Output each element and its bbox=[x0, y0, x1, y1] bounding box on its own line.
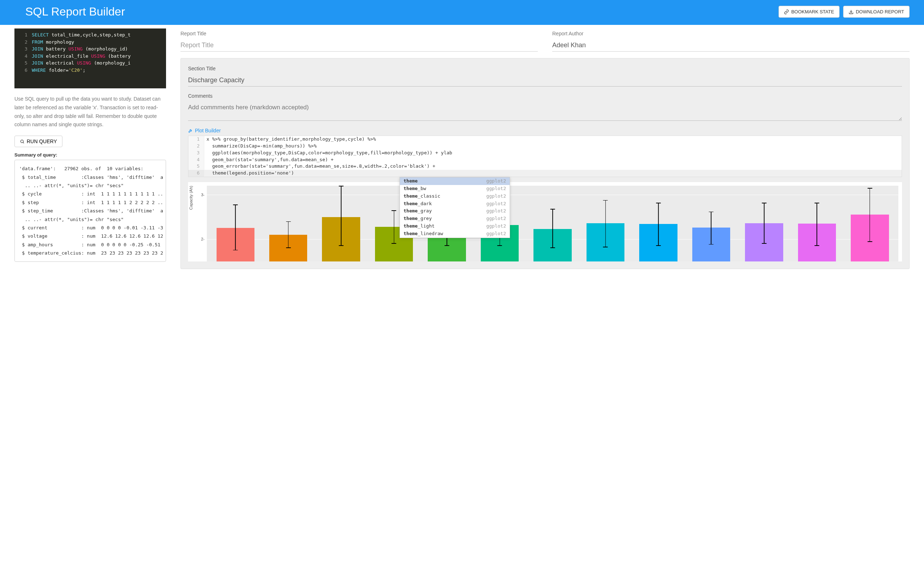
run-query-button[interactable]: RUN QUERY bbox=[15, 135, 63, 147]
app-header: SQL Report Builder BOOKMARK STATE DOWNLO… bbox=[0, 0, 924, 25]
summary-label: Summary of query: bbox=[15, 152, 166, 158]
sql-help-text: Use SQL query to pull up the data you wa… bbox=[15, 95, 166, 129]
download-icon bbox=[848, 10, 854, 15]
comments-label: Comments bbox=[188, 93, 902, 99]
plot-builder-label: Plot Builder bbox=[195, 128, 221, 134]
r-code-editor[interactable]: 1x %>% group_by(battery_identifier,morph… bbox=[188, 135, 902, 177]
bookmark-label: BOOKMARK STATE bbox=[791, 9, 834, 15]
report-title-input[interactable] bbox=[181, 40, 538, 52]
run-query-label: RUN QUERY bbox=[27, 139, 57, 144]
query-summary-output: 'data.frame': 27962 obs. of 10 variables… bbox=[15, 160, 166, 262]
report-author-label: Report Author bbox=[552, 31, 909, 36]
svg-line-2 bbox=[23, 142, 24, 143]
autocomplete-item[interactable]: theme_darkggplot2 bbox=[400, 200, 510, 208]
autocomplete-item[interactable]: theme_linedrawggplot2 bbox=[400, 230, 510, 238]
chart-ytick: 2- bbox=[201, 237, 205, 241]
autocomplete-item[interactable]: theme_lightggplot2 bbox=[400, 222, 510, 230]
search-icon bbox=[20, 139, 24, 144]
svg-point-1 bbox=[21, 140, 23, 143]
autocomplete-item[interactable]: theme_bwggplot2 bbox=[400, 185, 510, 193]
bookmark-state-button[interactable]: BOOKMARK STATE bbox=[779, 6, 840, 18]
autocomplete-popup[interactable]: themeggplot2theme_bwggplot2theme_classic… bbox=[399, 177, 510, 238]
header-button-group: BOOKMARK STATE DOWNLOAD REPORT bbox=[779, 6, 909, 18]
chart-ylabel: Capacity (Ah) bbox=[189, 186, 193, 210]
section-panel: Section Title Comments Plot Builder 1x %… bbox=[181, 58, 909, 269]
link-icon bbox=[784, 10, 789, 15]
autocomplete-item[interactable]: themeggplot2 bbox=[400, 177, 510, 185]
plot-builder-link[interactable]: Plot Builder bbox=[188, 128, 221, 134]
chart-area: Capacity (Ah) 2-3- bbox=[188, 182, 902, 261]
section-title-label: Section Title bbox=[188, 66, 902, 71]
app-title: SQL Report Builder bbox=[25, 5, 125, 18]
wrench-icon bbox=[188, 128, 193, 133]
autocomplete-item[interactable]: theme_classicggplot2 bbox=[400, 193, 510, 200]
download-report-button[interactable]: DOWNLOAD REPORT bbox=[843, 6, 909, 18]
report-author-input[interactable] bbox=[552, 40, 909, 52]
section-title-input[interactable] bbox=[188, 75, 902, 87]
autocomplete-item[interactable]: theme_greyggplot2 bbox=[400, 215, 510, 222]
download-label: DOWNLOAD REPORT bbox=[856, 9, 904, 15]
chart-ytick: 3- bbox=[201, 193, 205, 197]
comments-textarea[interactable] bbox=[188, 102, 902, 121]
autocomplete-item[interactable]: theme_grayggplot2 bbox=[400, 207, 510, 215]
sql-editor[interactable]: 1SELECT total_time,cycle,step,step_t2FRO… bbox=[15, 29, 166, 89]
report-title-label: Report Title bbox=[181, 31, 538, 36]
